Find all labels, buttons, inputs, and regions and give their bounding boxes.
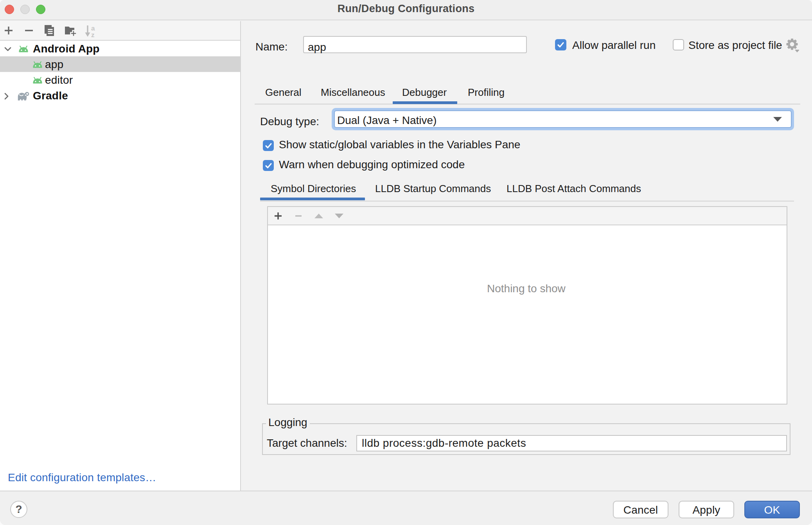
svg-text:z: z xyxy=(91,31,95,38)
